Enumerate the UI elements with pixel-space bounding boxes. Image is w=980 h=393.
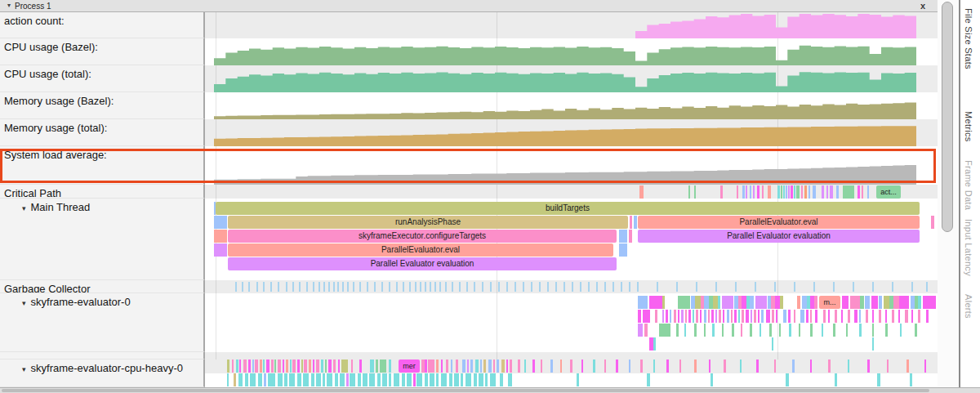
trace-slice[interactable] bbox=[493, 360, 495, 373]
trace-slice[interactable] bbox=[524, 360, 526, 373]
trace-slice[interactable] bbox=[581, 360, 583, 373]
trace-slice[interactable] bbox=[462, 360, 466, 373]
trace-slice[interactable] bbox=[756, 360, 759, 373]
gc-event-tick[interactable] bbox=[333, 282, 335, 292]
trace-slice[interactable] bbox=[350, 373, 355, 386]
gc-event-tick[interactable] bbox=[523, 282, 524, 292]
trace-slice[interactable] bbox=[694, 360, 697, 373]
gc-event-tick[interactable] bbox=[420, 282, 421, 292]
vertical-scrollbar-thumb[interactable] bbox=[942, 2, 953, 232]
trace-slice[interactable] bbox=[695, 296, 701, 309]
trace-slice[interactable] bbox=[490, 373, 496, 386]
trace-slice[interactable] bbox=[808, 185, 810, 199]
trace-slice[interactable] bbox=[263, 360, 265, 373]
trace-slice[interactable] bbox=[719, 310, 721, 323]
trace-slice[interactable] bbox=[604, 360, 606, 373]
close-icon[interactable]: x bbox=[920, 0, 925, 11]
trace-slice[interactable] bbox=[794, 310, 795, 323]
trace-slice[interactable] bbox=[501, 360, 505, 373]
trace-slice[interactable] bbox=[779, 324, 781, 337]
trace-slice[interactable] bbox=[892, 310, 894, 323]
trace-slice[interactable] bbox=[846, 324, 848, 337]
gc-event-tick[interactable] bbox=[337, 282, 339, 292]
trace-slice[interactable] bbox=[931, 216, 934, 229]
trace-slice[interactable] bbox=[430, 373, 434, 386]
gc-event-tick[interactable] bbox=[506, 282, 508, 292]
trace-slice[interactable] bbox=[684, 324, 686, 337]
gc-event-tick[interactable] bbox=[270, 282, 272, 292]
trace-slice[interactable] bbox=[900, 324, 902, 337]
trace-slice[interactable] bbox=[884, 296, 889, 309]
trace-slice[interactable] bbox=[470, 360, 473, 373]
gc-event-tick[interactable] bbox=[596, 282, 598, 292]
gc-event-tick[interactable] bbox=[715, 282, 717, 292]
side-tab-alerts[interactable]: Alerts bbox=[964, 294, 973, 319]
collapse-process-icon[interactable]: ▾ bbox=[7, 0, 11, 11]
trace-slice[interactable] bbox=[325, 360, 327, 373]
trace-slice[interactable] bbox=[688, 310, 691, 323]
gc-event-tick[interactable] bbox=[318, 282, 320, 292]
track-canvas-skyframe-evaluator-cpu-heavy-0[interactable]: mer bbox=[205, 360, 938, 387]
trace-slice[interactable] bbox=[441, 360, 443, 373]
trace-slice[interactable] bbox=[727, 310, 729, 323]
gc-event-tick[interactable] bbox=[872, 282, 874, 292]
trace-slice[interactable] bbox=[292, 360, 296, 373]
gc-event-tick[interactable] bbox=[403, 282, 404, 292]
trace-slice[interactable] bbox=[376, 360, 378, 373]
trace-slice[interactable] bbox=[662, 296, 665, 309]
trace-slice[interactable] bbox=[720, 185, 723, 199]
trace-slice[interactable] bbox=[666, 360, 669, 373]
trace-slice[interactable] bbox=[926, 310, 929, 323]
trace-slice[interactable] bbox=[456, 360, 458, 373]
trace-slice[interactable] bbox=[762, 185, 764, 199]
trace-slice[interactable] bbox=[708, 310, 710, 323]
trace-slice-labeled[interactable]: buildTargets bbox=[216, 202, 920, 215]
gc-event-tick[interactable] bbox=[235, 282, 237, 292]
track-canvas-mem-bazel[interactable] bbox=[205, 92, 938, 119]
trace-slice[interactable] bbox=[678, 296, 690, 309]
gc-event-tick[interactable] bbox=[498, 282, 500, 292]
trace-slice[interactable] bbox=[754, 310, 756, 323]
counter-chart-cpu-total[interactable] bbox=[214, 65, 916, 92]
trace-slice[interactable] bbox=[359, 360, 362, 373]
trace-slice[interactable] bbox=[872, 324, 874, 337]
trace-slice[interactable] bbox=[801, 185, 803, 199]
gc-event-tick[interactable] bbox=[547, 282, 549, 292]
trace-slice[interactable] bbox=[700, 310, 702, 323]
trace-slice[interactable] bbox=[283, 360, 284, 373]
trace-slice[interactable] bbox=[783, 185, 785, 199]
trace-slice[interactable] bbox=[480, 360, 482, 373]
trace-slice[interactable] bbox=[742, 185, 745, 199]
trace-slice[interactable] bbox=[570, 360, 572, 373]
gc-event-tick[interactable] bbox=[637, 282, 639, 292]
trace-slice[interactable] bbox=[655, 310, 657, 323]
trace-slice[interactable] bbox=[859, 324, 862, 337]
counter-chart-cpu-bazel[interactable] bbox=[214, 38, 916, 65]
track-label-skyframe-evaluator-cpu-heavy-0[interactable]: ▾skyframe-evaluator-cpu-heavy-0 bbox=[0, 360, 205, 387]
gc-event-tick[interactable] bbox=[676, 282, 678, 292]
counter-chart-sysload[interactable] bbox=[214, 146, 916, 185]
gc-event-tick[interactable] bbox=[853, 282, 854, 292]
trace-slice[interactable] bbox=[788, 185, 790, 199]
trace-slice[interactable] bbox=[304, 360, 307, 373]
trace-slice[interactable] bbox=[688, 185, 690, 199]
counter-chart-mem-bazel[interactable] bbox=[214, 92, 916, 119]
trace-slice[interactable] bbox=[425, 373, 428, 386]
gc-event-tick[interactable] bbox=[621, 282, 622, 292]
trace-slice[interactable] bbox=[619, 230, 627, 243]
trace-slice[interactable] bbox=[704, 310, 706, 323]
trace-slice[interactable] bbox=[772, 310, 774, 323]
trace-slice[interactable] bbox=[738, 310, 740, 323]
trace-slice[interactable] bbox=[734, 310, 737, 323]
trace-slice[interactable] bbox=[297, 360, 300, 373]
trace-slice[interactable] bbox=[704, 324, 706, 337]
trace-slice[interactable] bbox=[485, 373, 488, 386]
trace-slice[interactable] bbox=[887, 360, 889, 373]
gc-event-tick[interactable] bbox=[892, 282, 893, 292]
trace-slice[interactable] bbox=[746, 310, 749, 323]
trace-slice[interactable] bbox=[629, 360, 630, 373]
gc-event-tick[interactable] bbox=[926, 282, 928, 292]
trace-slice[interactable] bbox=[284, 373, 287, 386]
trace-slice[interactable] bbox=[335, 373, 338, 386]
trace-slice[interactable] bbox=[885, 310, 887, 323]
